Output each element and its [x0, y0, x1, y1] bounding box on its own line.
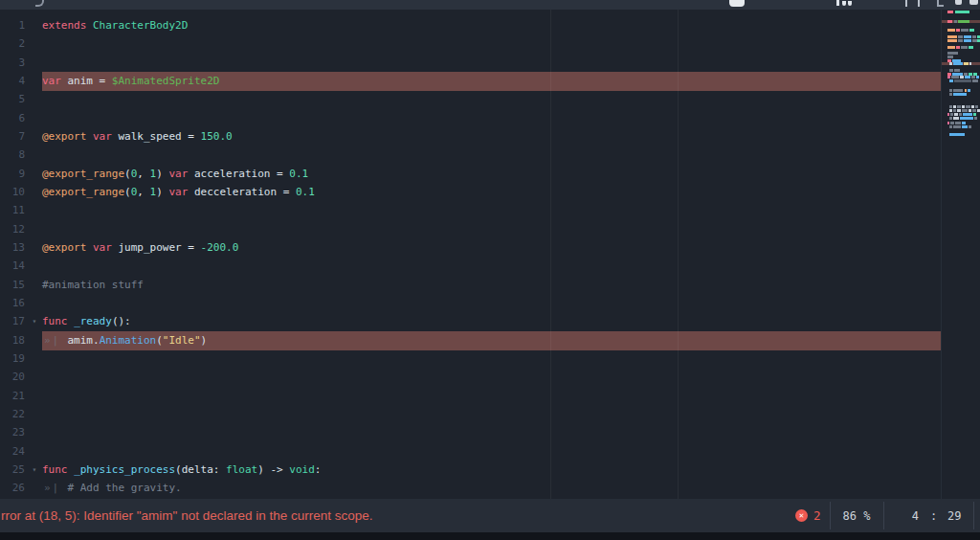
minimap-segment	[963, 113, 972, 116]
minimap-segment	[959, 113, 962, 116]
code-line[interactable]: 7@export var walk_speed = 150.0	[0, 127, 942, 146]
minimap-segment	[961, 46, 968, 49]
code-line[interactable]: 6	[0, 109, 942, 128]
code-line[interactable]: 25▾func _physics_process(delta: float) -…	[0, 461, 942, 480]
line-number[interactable]: 15	[0, 276, 25, 294]
token-nm: 150.0	[201, 130, 233, 143]
minimap-segment	[962, 109, 968, 112]
bottom-strip	[0, 532, 980, 540]
token-nm: -200.0	[201, 241, 239, 254]
history-icon-partial[interactable]	[842, 1, 846, 6]
code-line[interactable]: 22	[0, 405, 942, 424]
code-line[interactable]: 12	[0, 220, 942, 239]
token-an: @export	[42, 130, 86, 143]
token-tx: ():	[112, 315, 131, 327]
token-cl: Animation	[100, 334, 157, 347]
minimap-row	[942, 109, 980, 112]
code-line[interactable]: 2	[0, 34, 942, 54]
minimap-segment	[947, 11, 953, 13]
line-number[interactable]: 9	[0, 165, 25, 183]
token-kw: var	[168, 186, 188, 198]
line-number[interactable]: 23	[0, 423, 25, 441]
token-tx: .	[93, 334, 100, 347]
minimap-segment	[951, 76, 959, 79]
panel-icon-partial[interactable]	[937, 0, 944, 7]
minimap-segment	[947, 46, 955, 49]
code-line[interactable]: 1extends CharacterBody2D	[0, 16, 942, 35]
line-number[interactable]: 7	[0, 127, 25, 146]
code-line[interactable]: 5	[0, 90, 942, 109]
history-icon-partial[interactable]	[836, 0, 839, 6]
token-kw: func	[42, 463, 68, 476]
code-line[interactable]: 8	[0, 146, 942, 165]
line-number[interactable]: 19	[0, 349, 25, 368]
line-number[interactable]: 21	[0, 387, 25, 405]
line-number[interactable]: 22	[0, 405, 25, 423]
code-line[interactable]: 14	[0, 257, 942, 276]
line-number[interactable]: 5	[0, 90, 25, 108]
line-number[interactable]: 13	[0, 238, 25, 257]
minimap[interactable]	[941, 10, 980, 499]
panel-icon-partial[interactable]	[955, 0, 962, 5]
error-count-badge[interactable]: ✕ 2	[795, 499, 821, 532]
line-number[interactable]: 6	[0, 109, 25, 127]
code-line[interactable]: 16	[0, 294, 942, 313]
code-line[interactable]: 9@export_range(0, 1) var acceleration = …	[0, 165, 942, 184]
error-count: 2	[813, 508, 821, 523]
line-number[interactable]: 18	[0, 331, 25, 349]
token-tx: walk_speed =	[112, 130, 201, 143]
minimap-segment	[949, 62, 952, 65]
code-line[interactable]: 18»|amim.Animation("Idle")	[0, 331, 942, 350]
token-tx: acceleration =	[188, 168, 289, 180]
line-number[interactable]: 16	[0, 294, 25, 312]
code-editor[interactable]: 1extends CharacterBody2D234var anim = $A…	[0, 10, 980, 499]
minimap-row	[942, 69, 980, 72]
code-line[interactable]: 21	[0, 387, 942, 406]
code-line[interactable]: 19	[0, 349, 942, 369]
panel-icon-partial[interactable]	[969, 0, 978, 5]
minimap-row	[942, 39, 980, 42]
line-number[interactable]: 10	[0, 183, 25, 201]
token-tx	[86, 19, 93, 32]
code-line[interactable]: 4var anim = $AnimatedSprite2D	[0, 72, 942, 91]
line-number[interactable]: 11	[0, 201, 25, 219]
token-tx: ,	[137, 168, 149, 180]
line-number[interactable]: 17	[0, 312, 25, 330]
line-number[interactable]: 12	[0, 220, 25, 238]
token-ty: void	[289, 463, 315, 476]
code-line[interactable]: 26»|# Add the gravity.	[0, 479, 942, 498]
fold-chevron-icon[interactable]: ▾	[28, 461, 41, 479]
history-icon-partial[interactable]	[848, 1, 852, 6]
code-line[interactable]: 15#animation stuff	[0, 276, 942, 295]
line-number[interactable]: 8	[0, 146, 25, 164]
line-number[interactable]: 1	[0, 16, 25, 34]
online-docs-icon-partial[interactable]	[729, 0, 745, 7]
minimap-row	[942, 52, 980, 55]
minimap-segment	[953, 117, 959, 120]
token-kw: extends	[42, 19, 86, 32]
code-line[interactable]: 20	[0, 368, 942, 387]
minimap-segment	[947, 39, 957, 42]
line-number[interactable]: 14	[0, 257, 25, 275]
line-number[interactable]: 3	[0, 54, 25, 72]
code-line[interactable]: 11	[0, 201, 942, 220]
code-line[interactable]: 17▾func _ready():	[0, 312, 942, 331]
line-number[interactable]: 26	[0, 479, 25, 497]
fold-chevron-icon[interactable]: ▾	[28, 312, 41, 330]
line-number[interactable]: 20	[0, 368, 25, 386]
code-line[interactable]: 10@export_range(0, 1) var decceleration …	[0, 183, 942, 202]
code-line[interactable]: 13@export var jump_power = -200.0	[0, 238, 942, 258]
line-number[interactable]: 25	[0, 461, 25, 479]
line-number[interactable]: 24	[0, 442, 25, 461]
minimap-segment	[965, 89, 967, 92]
minimap-segment	[949, 133, 965, 136]
minimap-row	[942, 79, 980, 82]
code-line[interactable]: 23	[0, 423, 942, 442]
minimap-segment	[949, 105, 952, 108]
minimap-row	[942, 113, 980, 116]
line-number[interactable]: 2	[0, 34, 25, 53]
line-number[interactable]: 4	[0, 72, 25, 90]
code-line[interactable]: 24	[0, 442, 942, 461]
error-message[interactable]: rror at (18, 5): Identifier "amim" not d…	[1, 499, 373, 532]
code-line[interactable]: 3	[0, 54, 942, 73]
